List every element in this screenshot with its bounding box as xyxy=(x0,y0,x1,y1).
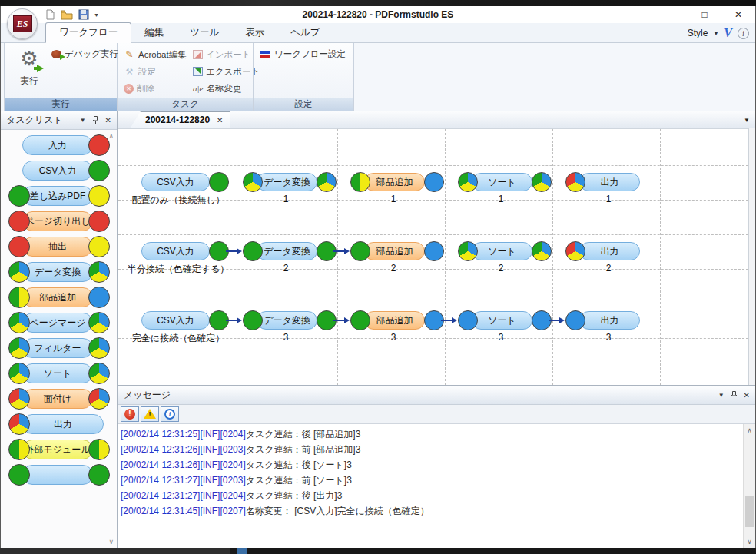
log-entry: [20/02/14 12:31:26][INF][0204]タスク連結：後 [ソ… xyxy=(121,457,743,473)
log-message: 名称変更： [CSV入力]完全に接続（色確定） xyxy=(246,506,429,516)
scrollbar-thumb[interactable] xyxy=(745,496,754,527)
tasklist-item[interactable]: 部品追加 xyxy=(8,287,110,307)
connector-circle xyxy=(209,172,229,192)
log-message: タスク連結：前 [ソート]3 xyxy=(246,475,352,486)
log-timestamp: [20/02/14 12:31:26][INF][0203] xyxy=(121,444,246,455)
rename-button[interactable]: a|e 名称変更 xyxy=(193,83,254,95)
style-selector-label[interactable]: Style xyxy=(688,28,708,38)
style-dropdown-icon[interactable]: ▼ xyxy=(713,31,718,36)
tasklist-item[interactable]: ソート xyxy=(8,363,110,383)
connector-circle xyxy=(8,413,30,435)
scroll-down-icon[interactable]: ∨ xyxy=(108,538,114,546)
ribbon-tab-0[interactable]: ワークフロー xyxy=(45,22,131,43)
tasklist-item[interactable]: フィルター xyxy=(8,338,110,358)
taskbar-strip xyxy=(0,548,756,554)
connector-circle xyxy=(8,287,30,308)
tasklist-item[interactable]: 外部モジュール xyxy=(8,440,110,459)
info-icon[interactable]: i xyxy=(738,28,749,39)
connector-arrow xyxy=(333,320,348,321)
task-pill: 面付け xyxy=(22,389,93,409)
panel-close-icon[interactable]: ✕ xyxy=(744,391,750,400)
log-entry: [20/02/14 12:31:25][INF][0204]タスク連結：後 [部… xyxy=(121,426,743,442)
tasklist-panel: タスクリスト ▼ ✕ ∧ 入力CSV入力差し込みPDFページ切り出し抽出データ変… xyxy=(1,111,118,548)
app-menu-button[interactable]: ES xyxy=(7,8,38,39)
ribbon-tab-4[interactable]: ヘルプ xyxy=(277,23,333,42)
node-pill: CSV入力 xyxy=(141,311,210,330)
workflow-settings-button[interactable]: ワークフロー設定 xyxy=(260,48,353,60)
filter-warnings-button[interactable]: ! xyxy=(141,406,159,422)
panel-close-icon[interactable]: ✕ xyxy=(105,116,111,124)
task-pill: 外部モジュール xyxy=(22,440,93,459)
titlebar: ▼ 200214-122820 - PDFormstudio ES – □ ✕ xyxy=(1,6,755,23)
node-sublabel: 2 xyxy=(529,263,688,274)
message-panel: メッセージ ▼ ✕ ! ! i [20/02/14 12:31:25][INF xyxy=(118,386,755,548)
log-timestamp: [20/02/14 12:31:27][INF][0204] xyxy=(121,490,246,501)
tasklist-item[interactable] xyxy=(8,465,110,485)
scroll-up-icon[interactable]: ∧ xyxy=(744,424,755,436)
import-icon xyxy=(193,50,203,59)
node-pill: データ変換 xyxy=(257,242,317,260)
tasklist-item[interactable]: 出力 xyxy=(8,414,110,434)
connector-circle xyxy=(458,172,478,192)
ribbon-tab-1[interactable]: 編集 xyxy=(131,23,177,42)
import-button[interactable]: インポート xyxy=(193,49,254,61)
close-button[interactable]: ✕ xyxy=(721,6,755,23)
filter-errors-button[interactable]: ! xyxy=(121,406,139,422)
tasklist-item[interactable]: データ変換 xyxy=(8,262,110,282)
panel-dropdown-icon[interactable]: ▼ xyxy=(718,392,724,399)
export-button[interactable]: エクスポート xyxy=(193,66,254,78)
ribbon-right-controls: Style ▼ V i xyxy=(688,23,749,43)
settings-button[interactable]: ⚒ 設定 xyxy=(124,66,193,78)
tab-close-icon[interactable]: ✕ xyxy=(217,116,223,124)
tasklist-item[interactable]: 面付け xyxy=(8,389,110,409)
connector-circle xyxy=(8,312,30,333)
tasklist-item[interactable]: 差し込みPDF xyxy=(8,186,110,206)
node-pill: データ変換 xyxy=(257,311,317,330)
filter-info-button[interactable]: i xyxy=(161,406,179,422)
connector-circle xyxy=(350,241,370,261)
log-entry: [20/02/14 12:31:26][INF][0203]タスク連結：前 [部… xyxy=(121,442,743,457)
workflow-canvas[interactable]: CSV入力配置のみ（接続無し）データ変換1部品追加1ソート1出力1CSV入力半分… xyxy=(118,128,748,385)
canvas-right-edge xyxy=(748,128,755,385)
delete-button[interactable]: ✕ 削除 xyxy=(124,83,193,95)
minimize-button[interactable]: – xyxy=(654,6,688,23)
workflow-node[interactable]: 出力1 xyxy=(555,172,662,207)
ribbon-group-settings-label: 設定 xyxy=(254,98,353,111)
log-message: タスク連結：後 [出力]3 xyxy=(246,490,343,501)
es-logo: ES xyxy=(13,15,32,32)
ribbon: ⚙ 実行 デバッグ実行 実行 ✎ Acrobat編集 xyxy=(1,43,755,111)
pin-icon[interactable] xyxy=(92,116,99,124)
window-title: 200214-122820 - PDFormstudio ES xyxy=(1,6,755,23)
connector-circle xyxy=(532,172,552,192)
tasklist-item[interactable]: ページマージ xyxy=(8,313,110,333)
document-tab-bar: 200214-122820 ✕ ▼ xyxy=(118,111,755,128)
scroll-up-icon[interactable]: ∧ xyxy=(108,132,114,140)
panel-dropdown-icon[interactable]: ▼ xyxy=(80,117,86,124)
connector-arrow xyxy=(226,250,240,252)
document-tab[interactable]: 200214-122820 ✕ xyxy=(131,111,230,128)
connector-circle xyxy=(88,261,110,283)
tasklist-item[interactable]: 抽出 xyxy=(8,237,110,257)
connector-circle xyxy=(565,310,585,330)
workflow-node[interactable]: 出力3 xyxy=(555,310,662,346)
tasklist-item[interactable]: CSV入力 xyxy=(8,161,110,181)
log-entry: [20/02/14 12:31:27][INF][0204]タスク連結：後 [出… xyxy=(121,488,743,503)
workflow-node[interactable]: 出力2 xyxy=(555,241,662,277)
tasklist-item[interactable]: ページ切り出し xyxy=(8,211,110,231)
ribbon-tab-2[interactable]: ツール xyxy=(177,23,232,42)
connector-circle xyxy=(350,172,370,192)
ribbon-group-task: ✎ Acrobat編集 ⚒ 設定 ✕ 削除 インポート xyxy=(118,43,254,111)
maximize-button[interactable]: □ xyxy=(688,6,721,23)
connector-arrow xyxy=(226,320,240,321)
acrobat-edit-button[interactable]: ✎ Acrobat編集 xyxy=(124,49,193,61)
pin-icon[interactable] xyxy=(731,391,738,400)
scroll-down-icon[interactable]: ∨ xyxy=(744,536,755,548)
message-scrollbar[interactable]: ∧ ∨ xyxy=(743,424,755,548)
tasklist-item[interactable]: 入力 xyxy=(8,135,110,155)
task-pill: 出力 xyxy=(22,414,104,434)
connector-circle xyxy=(88,211,110,232)
debug-run-button[interactable]: デバッグ実行 xyxy=(51,48,118,60)
tab-list-dropdown-icon[interactable]: ▼ xyxy=(744,117,750,124)
ribbon-tab-3[interactable]: 表示 xyxy=(232,23,277,42)
run-button[interactable]: ⚙ 実行 xyxy=(8,45,50,95)
